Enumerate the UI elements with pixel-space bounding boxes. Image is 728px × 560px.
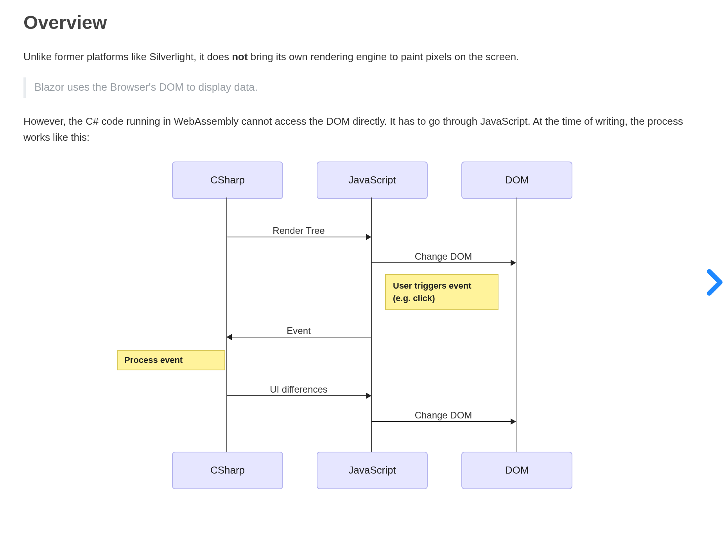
actor-dom-top: DOM	[461, 162, 572, 199]
label-ui-differences: UI differences	[227, 382, 371, 397]
lifeline-dom	[516, 197, 516, 452]
intro-p1-pre: Unlike former platforms like Silverlight…	[23, 51, 232, 63]
intro-paragraph-2: However, the C# code running in WebAssem…	[23, 113, 688, 146]
sequence-diagram: CSharp JavaScript DOM Render Tree Change…	[102, 162, 610, 502]
actor-javascript-top: JavaScript	[317, 162, 428, 199]
callout-blockquote: Blazor uses the Browser's DOM to display…	[23, 77, 688, 97]
intro-p1-post: bring its own rendering engine to paint …	[248, 51, 519, 63]
actor-csharp-top: CSharp	[172, 162, 283, 199]
label-change-dom-2: Change DOM	[371, 408, 515, 423]
actor-dom-bottom: DOM	[461, 452, 572, 489]
actor-csharp-bottom: CSharp	[172, 452, 283, 489]
actor-javascript-bottom: JavaScript	[317, 452, 428, 489]
note-process-event: Process event	[117, 350, 225, 370]
chevron-right-icon	[706, 288, 725, 298]
intro-paragraph-1: Unlike former platforms like Silverlight…	[23, 49, 688, 65]
label-event: Event	[227, 323, 371, 338]
note-user-triggers-event: User triggers event (e.g. click)	[385, 274, 498, 310]
section-heading: Overview	[23, 8, 688, 38]
label-change-dom-1: Change DOM	[371, 249, 515, 264]
label-render-tree: Render Tree	[227, 223, 371, 238]
next-page-button[interactable]	[706, 268, 725, 296]
intro-p1-bold: not	[232, 51, 247, 63]
